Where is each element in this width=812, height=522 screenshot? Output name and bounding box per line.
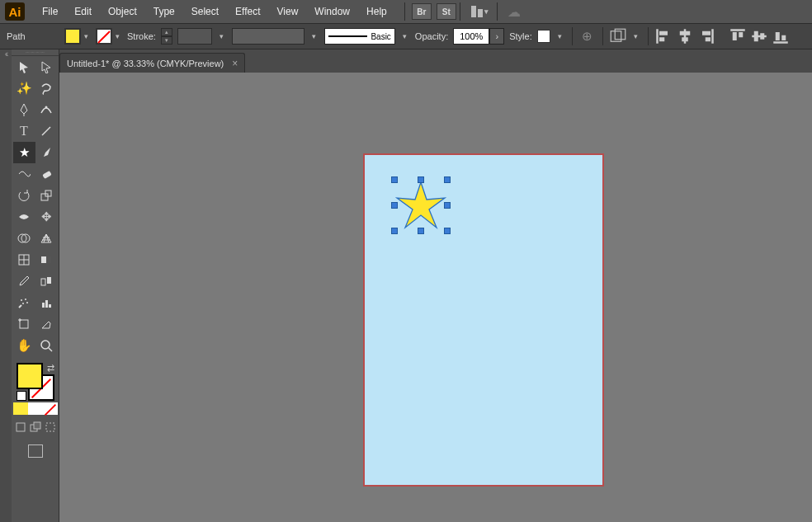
svg-rect-4 (659, 37, 664, 41)
chevron-down-icon[interactable]: ▾ (631, 32, 641, 40)
close-tab-icon[interactable]: × (232, 58, 238, 69)
fill-stroke-control[interactable]: ⇄ (15, 361, 56, 402)
chevron-down-icon[interactable]: ▾ (309, 32, 319, 40)
mesh-tool[interactable] (13, 249, 35, 270)
variable-width-profile[interactable] (232, 28, 304, 45)
collapsed-panel-strip[interactable]: ‹‹ (0, 49, 12, 522)
svg-line-45 (49, 348, 52, 351)
selection-handle[interactable] (444, 228, 451, 234)
align-hcenter-icon[interactable] (677, 28, 693, 45)
selection-handle[interactable] (391, 176, 398, 183)
opacity-label: Opacity: (415, 31, 448, 41)
perspective-grid-tool[interactable] (35, 228, 58, 249)
align-vcenter-icon[interactable] (751, 28, 767, 45)
svg-rect-41 (20, 320, 28, 328)
separator-icon (497, 2, 498, 21)
panel-grip-icon[interactable]: ┄┄┄┄ (12, 49, 59, 56)
chevron-down-icon: ▾ (484, 7, 489, 16)
gradient-tool[interactable] (35, 249, 58, 270)
menu-help[interactable]: Help (359, 3, 394, 20)
shaper-tool[interactable] (13, 163, 35, 185)
rotate-tool[interactable] (13, 185, 35, 206)
shape-builder-tool[interactable] (13, 228, 35, 249)
eyedropper-tool[interactable] (13, 270, 35, 292)
menu-file[interactable]: File (35, 3, 65, 20)
selection-handle[interactable] (418, 176, 424, 183)
workspace-switcher[interactable]: ▾ (467, 3, 493, 20)
fill-color-icon[interactable] (17, 363, 43, 389)
pen-tool[interactable] (13, 99, 35, 120)
svg-point-37 (26, 302, 28, 303)
bridge-button[interactable]: Br (412, 3, 432, 20)
menu-type[interactable]: Type (146, 3, 182, 20)
symbol-sprayer-tool[interactable] (13, 292, 35, 313)
screen-mode-button[interactable] (13, 444, 58, 458)
slice-tool[interactable] (35, 313, 58, 335)
draw-behind-icon[interactable] (28, 420, 43, 435)
menu-edit[interactable]: Edit (67, 3, 99, 20)
menu-view[interactable]: View (270, 3, 306, 20)
graphic-style-swatch[interactable] (537, 30, 550, 43)
free-transform-tool[interactable]: ✥ (35, 206, 58, 228)
menu-select[interactable]: Select (184, 3, 226, 20)
chevron-down-icon[interactable]: ▾ (555, 32, 565, 40)
align-bottom-icon[interactable] (772, 28, 789, 45)
brush-name: Basic (371, 32, 390, 41)
curvature-tool[interactable] (35, 99, 58, 120)
selection-tool[interactable] (13, 56, 35, 78)
svg-point-35 (25, 299, 26, 300)
brush-definition[interactable]: Basic (324, 28, 395, 45)
transform-panel-icon[interactable] (610, 28, 626, 45)
stroke-weight-field[interactable] (177, 28, 212, 45)
svg-line-21 (42, 127, 50, 135)
chevron-down-icon[interactable]: ▾ (400, 32, 410, 40)
selection-handle[interactable] (391, 228, 398, 234)
eraser-tool[interactable] (35, 163, 58, 185)
canvas-area[interactable] (59, 73, 812, 522)
menu-object[interactable]: Object (101, 3, 144, 20)
hand-tool[interactable]: ✋ (13, 335, 35, 356)
document-tab[interactable]: Untitled-1* @ 33.33% (CMYK/Preview) × (59, 53, 245, 73)
blend-tool[interactable] (35, 270, 58, 292)
stroke-weight-stepper[interactable]: ▴▾ (161, 28, 172, 45)
swap-fill-stroke-icon[interactable]: ⇄ (47, 363, 54, 374)
align-left-icon[interactable] (655, 28, 672, 45)
zoom-tool[interactable] (35, 335, 58, 356)
chevron-down-icon[interactable]: ▾ (217, 32, 227, 40)
color-mode-gradient[interactable] (28, 402, 43, 415)
svg-rect-15 (753, 31, 758, 42)
direct-selection-tool[interactable] (35, 56, 58, 78)
star-tool[interactable]: ★ (13, 142, 35, 163)
selection-handle[interactable] (444, 202, 451, 209)
recolor-artwork-icon[interactable]: ⊕ (579, 28, 596, 45)
selection-handle[interactable] (418, 228, 424, 234)
selection-handle[interactable] (444, 176, 451, 183)
default-fill-stroke-icon[interactable] (17, 391, 26, 401)
stock-button[interactable]: St (437, 3, 456, 20)
sync-cloud-icon[interactable]: ☁ (508, 4, 521, 20)
star-shape[interactable] (394, 180, 447, 233)
stroke-swatch-control[interactable]: ▾ (96, 28, 122, 45)
scale-tool[interactable] (35, 185, 58, 206)
line-tool[interactable] (35, 120, 58, 142)
selection-handle[interactable] (391, 202, 398, 209)
column-graph-tool[interactable] (35, 292, 58, 313)
lasso-tool[interactable] (35, 78, 58, 99)
magic-wand-tool[interactable]: ✨ (13, 78, 35, 99)
align-top-icon[interactable] (729, 28, 746, 45)
color-mode-color[interactable] (13, 402, 28, 415)
fill-swatch-control[interactable]: ▾ (64, 28, 91, 45)
width-tool[interactable] (13, 206, 35, 228)
brush-tool[interactable] (35, 142, 58, 163)
opacity-flyout[interactable]: › (489, 28, 504, 45)
draw-inside-icon[interactable] (43, 420, 58, 435)
opacity-input[interactable] (453, 28, 489, 45)
menu-window[interactable]: Window (307, 3, 357, 20)
color-mode-none[interactable] (43, 402, 58, 415)
align-right-icon[interactable] (698, 28, 715, 45)
artboard[interactable] (365, 155, 602, 485)
type-tool[interactable]: T (13, 120, 35, 142)
menu-effect[interactable]: Effect (228, 3, 267, 20)
draw-normal-icon[interactable] (13, 420, 28, 435)
artboard-tool[interactable] (13, 313, 35, 335)
